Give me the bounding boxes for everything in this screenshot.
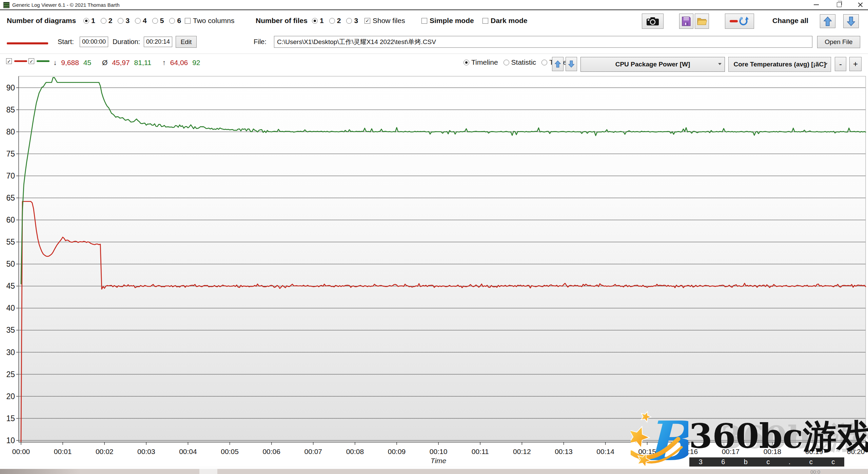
zoom-out-button[interactable]: -: [835, 57, 846, 71]
minus-icon: -: [839, 59, 842, 69]
svg-text:00:00: 00:00: [12, 448, 30, 455]
edit-button[interactable]: Edit: [176, 36, 197, 48]
change-all-label: Change all: [772, 17, 808, 25]
restore-button[interactable]: [831, 0, 847, 9]
watermark-brand-text: 360bc游戏: [689, 419, 868, 453]
screenshot-button[interactable]: [642, 14, 664, 29]
close-icon: [858, 2, 863, 7]
arrow-down-icon: [568, 60, 574, 68]
simple-mode-checkbox[interactable]: [421, 18, 427, 24]
series2-select[interactable]: Core Temperatures (avg) [¡ãC]: [728, 57, 831, 72]
svg-text:00:12: 00:12: [513, 448, 531, 455]
start-label: Start:: [58, 38, 74, 46]
file-count-2[interactable]: 2: [329, 17, 341, 25]
open-file-button[interactable]: Open File: [817, 36, 860, 48]
diagram-up-button[interactable]: [552, 57, 564, 71]
diagram-count-2[interactable]: 2: [101, 17, 113, 25]
folder-icon: [697, 17, 707, 26]
dark-mode-checkbox[interactable]: [482, 18, 488, 24]
svg-text:00:01: 00:01: [54, 448, 72, 455]
radio-icon[interactable]: [463, 60, 469, 65]
series2-select-value: Core Temperatures (avg) [¡ãC]: [733, 61, 826, 68]
view-mode-timeline[interactable]: Timeline: [463, 58, 498, 66]
diagram-count-6[interactable]: 6: [169, 17, 181, 25]
radio-icon[interactable]: [312, 18, 318, 24]
radio-icon[interactable]: [135, 18, 141, 24]
svg-text:20: 20: [6, 392, 15, 401]
max-value-series1: 64,06: [170, 59, 188, 66]
radio-label: 1: [91, 17, 95, 25]
duration-input[interactable]: [144, 37, 172, 47]
svg-text:00:13: 00:13: [555, 448, 573, 455]
watermark-url-bar: 36bc.cc: [689, 457, 844, 467]
zoom-in-button[interactable]: +: [849, 57, 862, 71]
save-button[interactable]: [679, 14, 693, 29]
close-button[interactable]: [852, 0, 868, 9]
toolbar-row-1: Number of diagrams 123456 Two columns Nu…: [0, 10, 868, 32]
legend-row: ✓ ✓ ↓ 9,688 45 Ø 45,97 81,11 ↑ 64,06 92 …: [0, 54, 868, 74]
diagram-count-4[interactable]: 4: [135, 17, 147, 25]
svg-text:00:07: 00:07: [304, 448, 322, 455]
diagram-count-3[interactable]: 3: [118, 17, 130, 25]
watermark-bar-char: 3: [699, 458, 703, 466]
svg-text:00:06: 00:06: [262, 448, 280, 455]
radio-label: 6: [177, 17, 181, 25]
edit-button-label: Edit: [181, 38, 192, 46]
series2-checkbox[interactable]: ✓: [28, 58, 34, 64]
two-columns-option[interactable]: Two columns: [185, 17, 235, 25]
open-folder-button[interactable]: [695, 14, 709, 29]
diagram-count-1[interactable]: 1: [83, 17, 95, 25]
minimize-button[interactable]: [808, 0, 824, 9]
diagram-count-5[interactable]: 5: [152, 17, 164, 25]
diagram-down-button[interactable]: [566, 57, 577, 71]
simple-mode-option[interactable]: Simple mode: [421, 17, 474, 25]
dark-mode-option[interactable]: Dark mode: [482, 17, 528, 25]
series2-line-swatch: [37, 60, 50, 62]
file-count-3[interactable]: 3: [346, 17, 358, 25]
radio-icon[interactable]: [101, 18, 106, 24]
file-path-input[interactable]: [274, 36, 812, 48]
svg-text:00:10: 00:10: [430, 448, 448, 455]
watermark-bar-char: c: [766, 458, 770, 466]
two-columns-checkbox[interactable]: [185, 18, 191, 24]
view-mode-statistic[interactable]: Statistic: [504, 58, 536, 66]
radio-icon[interactable]: [504, 60, 509, 65]
minimize-icon: [814, 4, 819, 5]
change-all-down-button[interactable]: [843, 14, 859, 28]
file-count-1[interactable]: 1: [312, 17, 324, 25]
svg-text:00:11: 00:11: [472, 448, 489, 455]
svg-text:Time: Time: [431, 457, 446, 465]
toolbar-row-2: Start: Duration: Edit File: Open File: [0, 32, 868, 54]
radio-icon[interactable]: [329, 18, 335, 24]
reset-line-button[interactable]: [725, 14, 754, 29]
avg-symbol: Ø: [102, 59, 107, 66]
show-files-option[interactable]: ✓ Show files: [364, 17, 405, 25]
avg-value-series1: 45,97: [112, 59, 130, 66]
radio-label: Statistic: [511, 58, 536, 66]
radio-icon[interactable]: [346, 18, 352, 24]
svg-text:10: 10: [6, 436, 15, 445]
radio-icon[interactable]: [152, 18, 158, 24]
svg-text:00:04: 00:04: [179, 448, 197, 455]
radio-label: 3: [354, 17, 358, 25]
series1-select-value: CPU Package Power [W]: [615, 61, 690, 68]
file-label: File:: [254, 38, 267, 46]
arrow-up-icon: [555, 60, 561, 68]
radio-icon[interactable]: [169, 18, 175, 24]
watermark-logo-icon: B: [631, 409, 688, 472]
change-all-up-button[interactable]: [820, 14, 835, 28]
radio-icon[interactable]: [541, 60, 547, 65]
series1-checkbox[interactable]: ✓: [6, 58, 12, 64]
show-files-label: Show files: [373, 17, 405, 25]
show-files-checkbox[interactable]: ✓: [364, 18, 370, 24]
radio-label: 1: [320, 17, 324, 25]
series1-select[interactable]: CPU Package Power [W]: [580, 57, 725, 72]
start-input[interactable]: [80, 37, 108, 47]
svg-text:90: 90: [6, 83, 15, 92]
radio-icon[interactable]: [118, 18, 123, 24]
series-statistics: ↓ 9,688 45 Ø 45,97 81,11 ↑ 64,06 92: [53, 59, 200, 67]
radio-icon[interactable]: [83, 18, 89, 24]
open-file-button-label: Open File: [825, 38, 852, 46]
save-icon: [682, 16, 691, 26]
svg-text:30: 30: [6, 348, 15, 357]
